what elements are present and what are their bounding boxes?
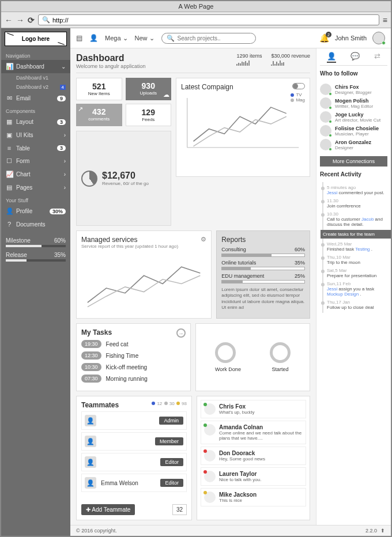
notifications-button[interactable]: 🔔2	[319, 33, 329, 43]
compaign-chart	[181, 91, 305, 154]
reports-description: Lorem ipsum dolor sit amet, consectetur …	[221, 287, 305, 311]
stat-card-uploads[interactable]: 930Uploads☁	[126, 78, 172, 100]
sidebar-subitem[interactable]: Dashboard v24	[1, 82, 70, 92]
role-badge: Member	[155, 437, 183, 445]
search-field[interactable]: 🔍	[161, 33, 256, 44]
status-dot	[203, 449, 207, 453]
teammate-row[interactable]: 👤Member	[81, 432, 187, 451]
follow-item[interactable]: Aron GonzalezDesigner	[320, 139, 387, 150]
task-time: 07:30	[81, 375, 101, 383]
tab-chat[interactable]: 💬	[350, 52, 360, 63]
role-badge: Admin	[159, 417, 183, 425]
message-item[interactable]: Don DoorackHey, Some good news	[201, 447, 306, 465]
avatar-icon: 👤	[85, 415, 96, 426]
follow-item[interactable]: Chirs FoxDesigner, Blogger	[320, 84, 387, 95]
menu-icon[interactable]: ≡	[383, 16, 387, 25]
task-time: 12:30	[81, 351, 101, 360]
chevron-right-icon: ›	[64, 171, 66, 177]
status-dot	[329, 106, 332, 109]
follow-item[interactable]: Mogen PolishWritter, Mag Editor	[320, 97, 387, 109]
sidebar-item-layout[interactable]: ▦Layout3	[1, 115, 70, 128]
message-text: What's up, buddy	[219, 410, 255, 415]
status-dot	[329, 92, 332, 96]
compaign-chart-panel: Latest Compaign TVMag	[176, 78, 310, 177]
activity-item: Wed,25 MarFinished task Testing .	[327, 241, 387, 252]
stat-card-comments[interactable]: ↗432comments	[76, 104, 122, 126]
message-item[interactable]: Chris FoxWhat's up, buddy	[201, 400, 306, 418]
message-item[interactable]: Amanda ColnanCome online and we need tal…	[201, 421, 306, 444]
reports-panel: Reports Consulting60%Online tutorials35%…	[216, 230, 310, 319]
user-icon[interactable]: 👤	[89, 34, 98, 42]
message-item[interactable]: Mike JacksonThis is nice	[201, 488, 306, 506]
follow-item[interactable]: Joge LuckyArt director, Movie Cut	[320, 111, 387, 123]
message-sender: Don Doorack	[219, 450, 265, 456]
page-subtitle: Welcome to angulr application	[76, 63, 145, 69]
task-item[interactable]: 19:30Feed cat	[81, 340, 186, 348]
teammate-row[interactable]: 👤Editor	[81, 453, 187, 471]
search-input[interactable]	[178, 35, 251, 41]
page-title: Dashboard	[76, 53, 145, 63]
sidebar-subitem[interactable]: Dashboard v1	[1, 73, 70, 82]
teammates-panel: 12 30 98 Teammates 👤Admin👤Member👤Editor👤…	[76, 396, 192, 520]
teammate-row[interactable]: 👤Admin	[81, 411, 187, 430]
toggle-sidebar-icon[interactable]: ▤	[76, 34, 82, 42]
forward-button[interactable]: →	[16, 16, 24, 25]
progress-rings-panel: Work Done Started	[195, 323, 310, 391]
sidebar-icon: ▤	[6, 184, 13, 191]
managed-subtitle: Service report of this year (updated 1 h…	[81, 244, 206, 249]
sidebar-item-form[interactable]: ☐Form›	[1, 154, 70, 168]
chevron-right-icon: ›	[64, 158, 66, 164]
tab-transfer[interactable]: ⇄	[374, 52, 380, 63]
teammate-row[interactable]: 👤Emma WelsonEditor	[81, 474, 187, 492]
scroll-top-icon[interactable]: ⬆	[380, 528, 385, 534]
stat-card-feeds[interactable]: 129Feeds	[126, 104, 172, 126]
task-item[interactable]: 12:30Fishing Time	[81, 351, 186, 360]
tab-people[interactable]: 👤	[327, 52, 336, 63]
activity-item: 11.30Join comference	[327, 198, 387, 209]
sidebar-item-email[interactable]: ✉Email9	[1, 92, 70, 105]
add-teammate-button[interactable]: ✚ Add Teammate	[81, 504, 135, 515]
activity-banner[interactable]: Create tasks for the team	[321, 230, 391, 239]
avatar	[320, 111, 331, 123]
sidebar-item-table[interactable]: ≡Table3	[1, 142, 70, 154]
mega-menu[interactable]: Mega ⌄	[105, 35, 128, 42]
chart-toggle[interactable]	[292, 83, 305, 89]
status-dot	[329, 120, 332, 123]
dashboard-header: Dashboard Welcome to angulr application …	[76, 53, 310, 73]
avatar	[320, 139, 331, 150]
sidebar-icon: ✉	[6, 94, 13, 102]
stat-card-new-items[interactable]: 521New Items	[76, 78, 122, 100]
chevron-down-icon: ⌄	[61, 63, 66, 70]
url-input[interactable]	[52, 17, 375, 24]
new-menu[interactable]: New ⌄	[135, 35, 154, 42]
user-name[interactable]: John Smith	[335, 35, 367, 41]
more-connections-button[interactable]: More Connections	[320, 156, 387, 167]
sidebar-item-documents[interactable]: ?Documents	[1, 218, 70, 230]
version: 2.2.0	[365, 528, 377, 534]
progress-release: Release35%	[1, 249, 70, 264]
task-item[interactable]: 10:30Kick-off meeting	[81, 363, 186, 371]
message-sender: Chris Fox	[219, 403, 255, 410]
sidebar-item-pages[interactable]: ▤Pages›	[1, 181, 70, 194]
message-item[interactable]: Lauren TaylorNice to talk with you.	[201, 467, 306, 486]
role-badge: Editor	[160, 458, 183, 466]
reload-button[interactable]: ⟳	[28, 16, 35, 25]
avatar[interactable]	[372, 32, 385, 44]
sidebar-item-profile[interactable]: 👤Profile30%	[1, 205, 70, 218]
activity-item: Thu,17 JanFollow up to close deal	[327, 300, 387, 310]
tasks-more-button[interactable]: →	[176, 328, 186, 338]
sidebar-item-chart[interactable]: 📈Chart›	[1, 168, 70, 181]
activity-heading: Recent Activity	[320, 171, 387, 177]
follow-item[interactable]: Folisise ChosielieMusician, Player	[320, 125, 387, 137]
sidebar-item-dashboard[interactable]: 📊Dashboard⌄	[1, 60, 70, 73]
back-button[interactable]: ←	[5, 16, 13, 25]
task-item[interactable]: 07:30Morning running	[81, 375, 186, 383]
chevron-down-icon: ⌄	[123, 35, 128, 42]
sidebar-item-ui-kits[interactable]: ▣UI Kits›	[1, 128, 70, 142]
report-item: EDU management25%	[221, 273, 305, 283]
kpi: $30,000 revenue	[271, 53, 310, 66]
url-field[interactable]: 🔍	[38, 14, 379, 25]
logo[interactable]: Logo here	[5, 32, 67, 46]
panel-settings-icon[interactable]: ⚙	[201, 236, 206, 243]
avatar	[204, 403, 216, 415]
